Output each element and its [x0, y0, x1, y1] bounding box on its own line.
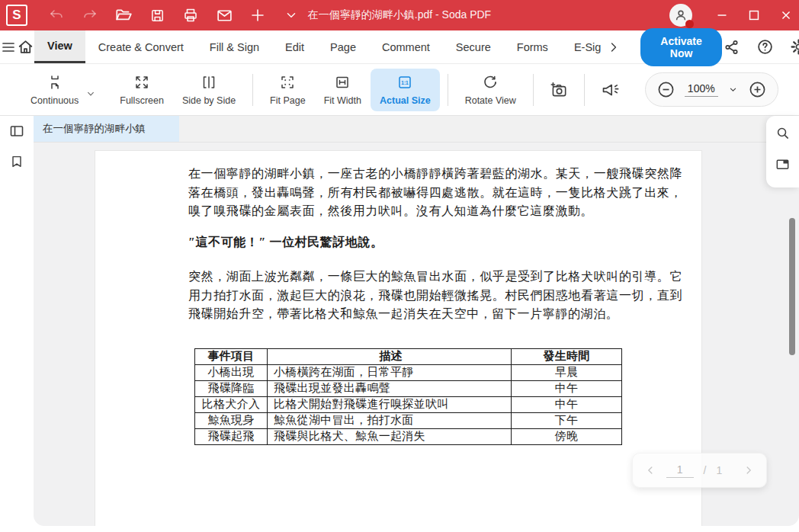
zoom-level-input[interactable]: 100%: [685, 82, 718, 97]
user-avatar[interactable]: [669, 4, 692, 27]
continuous-icon: [47, 74, 63, 91]
soda-pdf-window: S: [0, 0, 799, 532]
total-pages: 1: [716, 464, 722, 476]
table-header: 發生時間: [512, 348, 622, 364]
save-icon[interactable]: [148, 6, 166, 24]
actual-size-button[interactable]: 1:1 Actual Size: [371, 69, 440, 111]
actual-size-label: Actual Size: [380, 95, 431, 106]
continuous-label: Continuous: [30, 95, 79, 106]
previous-page-chevron-left-icon[interactable]: [644, 464, 656, 476]
settings-gear-icon[interactable]: [789, 37, 799, 57]
table-header-row: 事件項目 描述 發生時間: [195, 348, 622, 364]
page-thumbnails-icon[interactable]: [775, 156, 791, 172]
zoom-control: 100%: [645, 72, 778, 107]
table-row: 飛碟降臨 飛碟出現並發出轟鳴聲 中午: [195, 380, 622, 396]
tab-comment[interactable]: Comment: [369, 30, 443, 63]
fullscreen-icon: [133, 74, 150, 91]
tab-forms[interactable]: Forms: [504, 30, 561, 63]
continuous-chevron-down-icon[interactable]: [85, 88, 97, 103]
tab-page[interactable]: Page: [317, 30, 369, 63]
tab-fill-sign[interactable]: Fill & Sign: [197, 30, 272, 63]
page-separator: /: [704, 464, 707, 476]
vertical-scrollbar[interactable]: [789, 218, 795, 355]
page-navigation: 1 / 1: [632, 453, 767, 488]
toolbar-separator: [584, 74, 585, 106]
camera-plus-icon: [549, 80, 569, 100]
side-by-side-button[interactable]: Side by Side: [173, 69, 245, 111]
fit-width-button[interactable]: Fit Width: [315, 69, 371, 111]
table-row: 飛碟起飛 飛碟與比格犬、鯨魚一起消失 傍晚: [195, 428, 622, 444]
events-table: 事件項目 描述 發生時間 小橋出現 小橋橫跨在湖面，日常平靜 早晨 飛碟降臨 飛…: [194, 348, 622, 445]
view-toolbar: Continuous Fullscreen Side by Side Fit P…: [0, 64, 799, 116]
tab-view[interactable]: View: [34, 30, 85, 63]
logo-letter: S: [12, 8, 21, 23]
document-area: 在一個寧靜的湖畔小鎮 在一個寧靜的湖畔小鎮，一座古老的小橋靜靜橫跨著碧藍的湖水。…: [34, 116, 799, 526]
print-icon[interactable]: [181, 6, 200, 24]
right-sidebar-panel: [766, 116, 799, 187]
side-by-side-icon: [201, 74, 217, 91]
panel-toggle-icon[interactable]: [0, 116, 34, 146]
zoom-out-icon[interactable]: [656, 80, 675, 99]
current-page-input[interactable]: 1: [666, 463, 694, 478]
new-tab-plus-icon[interactable]: [249, 6, 267, 24]
document-tabstrip: 在一個寧靜的湖畔小鎮: [34, 116, 766, 143]
side-by-side-label: Side by Side: [182, 95, 236, 106]
tab-create-convert[interactable]: Create & Convert: [85, 30, 197, 63]
maximize-button[interactable]: [741, 2, 767, 28]
tab-secure[interactable]: Secure: [443, 30, 504, 63]
table-header: 描述: [268, 348, 512, 364]
continuous-button[interactable]: Continuous: [21, 69, 88, 111]
share-icon[interactable]: [722, 37, 742, 57]
menu-overflow-chevron-right-icon[interactable]: [601, 30, 627, 63]
announcement-button[interactable]: [592, 72, 628, 107]
toolbar-separator: [533, 74, 534, 106]
bookmark-icon[interactable]: [0, 146, 34, 177]
menubar: View Create & Convert Fill & Sign Edit P…: [0, 30, 799, 64]
document-tab[interactable]: 在一個寧靜的湖畔小鎮: [34, 116, 179, 142]
workspace: 在一個寧靜的湖畔小鎮 在一個寧靜的湖畔小鎮，一座古老的小橋靜靜橫跨著碧藍的湖水。…: [0, 116, 799, 532]
actual-size-icon: 1:1: [396, 74, 413, 91]
email-icon[interactable]: [215, 6, 233, 24]
paragraph-2: 突然，湖面上波光粼粼，一條巨大的鯨魚冒出水面，似乎是受到了比格犬吠叫的引導。它用…: [188, 268, 682, 324]
paragraph-1: 在一個寧靜的湖畔小鎮，一座古老的小橋靜靜橫跨著碧藍的湖水。某天，一艘飛碟突然降落…: [188, 165, 682, 221]
pdf-page-content: 在一個寧靜的湖畔小鎮，一座古老的小橋靜靜橫跨著碧藍的湖水。某天，一艘飛碟突然降落…: [188, 165, 682, 445]
next-page-chevron-right-icon[interactable]: [743, 464, 755, 476]
fit-width-icon: [334, 74, 351, 91]
table-row: 比格犬介入 比格犬開始對飛碟進行嗅探並吠叫 中午: [195, 396, 622, 412]
help-icon[interactable]: [756, 37, 775, 57]
close-button[interactable]: [773, 2, 799, 28]
minimize-button[interactable]: [709, 2, 735, 28]
hamburger-menu-icon[interactable]: [0, 30, 17, 63]
toolbar-separator: [448, 74, 448, 106]
toolbar-separator: [252, 74, 253, 106]
table-row: 鯨魚現身 鯨魚從湖中冒出，拍打水面 下午: [195, 412, 622, 428]
megaphone-icon: [600, 79, 621, 100]
rotate-view-button[interactable]: Rotate View: [456, 69, 525, 111]
titlebar: S: [0, 0, 799, 30]
fit-page-button[interactable]: Fit Page: [261, 69, 315, 111]
fit-width-label: Fit Width: [324, 95, 361, 106]
home-icon[interactable]: [17, 30, 34, 63]
zoom-chevron-down-icon[interactable]: [727, 84, 739, 95]
fullscreen-button[interactable]: Fullscreen: [111, 69, 173, 111]
pdf-page[interactable]: 在一個寧靜的湖畔小鎮，一座古老的小橋靜靜橫跨著碧藍的湖水。某天，一艘飛碟突然降落…: [95, 151, 701, 526]
search-icon[interactable]: [775, 125, 791, 141]
left-sidebar-rail: [0, 116, 34, 532]
rotate-view-icon: [482, 74, 499, 91]
titlebar-chevron-down-icon[interactable]: [282, 6, 300, 24]
fit-page-icon: [279, 74, 296, 91]
rotate-view-label: Rotate View: [465, 95, 516, 106]
zoom-in-icon[interactable]: [748, 80, 767, 99]
svg-text:1:1: 1:1: [402, 79, 409, 85]
soda-pdf-logo: S: [6, 5, 27, 26]
tab-edit[interactable]: Edit: [272, 30, 317, 63]
activate-now-button[interactable]: Activate Now: [640, 28, 721, 66]
snapshot-camera-button[interactable]: [541, 72, 576, 107]
table-row: 小橋出現 小橋橫跨在湖面，日常平靜 早晨: [195, 364, 622, 380]
avatar-status-badge: [685, 20, 694, 28]
tab-esign[interactable]: E-Sig: [561, 30, 601, 63]
open-file-icon[interactable]: [114, 6, 133, 24]
undo-icon[interactable]: [47, 6, 66, 24]
redo-icon[interactable]: [81, 6, 99, 24]
fullscreen-label: Fullscreen: [120, 95, 164, 106]
